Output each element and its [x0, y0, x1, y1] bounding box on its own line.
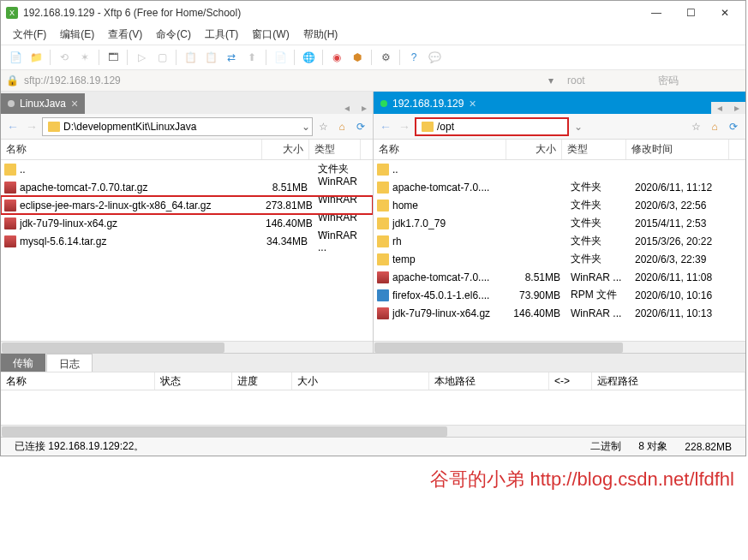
xcol-status[interactable]: 状态	[155, 372, 232, 390]
menu-command[interactable]: 命令(C)	[149, 25, 198, 45]
url-dropdown-icon[interactable]: ▾	[543, 74, 559, 86]
paste-icon[interactable]: 📋	[201, 48, 220, 67]
doc-icon[interactable]: 📄	[271, 48, 290, 67]
star-icon[interactable]: ☆	[314, 121, 332, 133]
remote-scrollbar[interactable]	[374, 341, 745, 353]
menu-tools[interactable]: 工具(T)	[198, 25, 245, 45]
bottom-tabs: 传输 日志	[1, 353, 745, 372]
star-icon[interactable]: ☆	[687, 121, 704, 133]
sync-icon[interactable]: ⇄	[222, 48, 241, 67]
file-size: 8.51MB	[510, 271, 565, 283]
close-tab-icon[interactable]: ×	[71, 98, 78, 110]
forward-icon[interactable]: →	[396, 120, 413, 134]
forward-icon[interactable]: →	[23, 120, 40, 134]
list-item[interactable]: apache-tomcat-7.0....文件夹2020/6/11, 11:12	[374, 178, 745, 196]
menu-file[interactable]: 文件(F)	[6, 25, 53, 45]
back-icon[interactable]: ←	[4, 120, 21, 134]
url-field[interactable]: sftp://192.168.19.129	[24, 74, 538, 86]
list-item[interactable]: firefox-45.0.1-1.el6....73.90MBRPM 文件202…	[374, 286, 745, 304]
refresh-icon[interactable]: ⟳	[352, 121, 369, 133]
chat-icon[interactable]: 💬	[425, 48, 444, 67]
list-item[interactable]: rh文件夹2015/3/26, 20:22	[374, 232, 745, 250]
copy-icon[interactable]: 📋	[181, 48, 200, 67]
transfer-body	[1, 390, 745, 425]
menu-view[interactable]: 查看(V)	[101, 25, 149, 45]
home-icon[interactable]: ⌂	[333, 121, 350, 133]
file-modified: 2020/6/11, 11:12	[630, 182, 733, 194]
remote-tab[interactable]: 192.168.19.129 ×	[374, 93, 483, 114]
local-list: 名称 大小 类型 ..文件夹apache-tomcat-7.0.70.tar.g…	[1, 140, 373, 341]
status-dot-icon	[380, 100, 387, 107]
upload-icon[interactable]: ⬆	[242, 48, 261, 67]
list-item[interactable]: home文件夹2020/6/3, 22:56	[374, 196, 745, 214]
remote-path: /opt	[437, 121, 565, 133]
username-field[interactable]: root	[564, 73, 649, 88]
status-objects: 8 对象	[630, 439, 676, 454]
tabs-next-icon[interactable]: ▸	[728, 102, 745, 114]
tab-transfer[interactable]: 传输	[1, 354, 45, 372]
col-modified[interactable]: 修改时间	[626, 140, 729, 159]
folder-icon	[377, 235, 389, 247]
transfer-scrollbar[interactable]	[1, 425, 745, 437]
file-modified: 2020/6/11, 11:08	[630, 271, 733, 283]
password-field[interactable]: 密码	[655, 72, 740, 90]
bell-icon[interactable]: ⬢	[348, 48, 367, 67]
home-icon[interactable]: ⌂	[706, 121, 723, 133]
menu-edit[interactable]: 编辑(E)	[53, 25, 101, 45]
xcol-remote[interactable]: 远程路径	[592, 372, 745, 390]
tabs-prev-icon[interactable]: ◂	[338, 102, 356, 114]
list-item[interactable]: temp文件夹2020/6/3, 22:39	[374, 250, 745, 268]
refresh-icon[interactable]: ⟳	[725, 121, 742, 133]
gear-icon[interactable]: ⚙	[376, 48, 395, 67]
col-size[interactable]: 大小	[262, 140, 309, 159]
watermark: 谷哥的小弟 http://blog.csdn.net/lfdfhl	[0, 456, 748, 496]
menubar: 文件(F) 编辑(E) 查看(V) 命令(C) 工具(T) 窗口(W) 帮助(H…	[1, 25, 745, 45]
xcol-local[interactable]: 本地路径	[429, 372, 549, 390]
run-icon[interactable]: ▷	[132, 48, 151, 67]
reconnect-icon[interactable]: ⟲	[55, 48, 74, 67]
menu-window[interactable]: 窗口(W)	[245, 25, 296, 45]
xcol-name[interactable]: 名称	[1, 372, 155, 390]
maximize-button[interactable]: ☐	[673, 1, 708, 25]
local-path-combo[interactable]: D:\developmentKit\LinuxJava ⌄	[42, 117, 313, 136]
new-icon[interactable]: 📄	[6, 48, 25, 67]
close-tab-icon[interactable]: ×	[469, 98, 476, 110]
file-name: apache-tomcat-7.0.70.tar.gz	[20, 182, 266, 194]
xshell-icon[interactable]: ◉	[327, 48, 346, 67]
xcol-arrow[interactable]: <->	[549, 372, 592, 390]
close-button[interactable]: ✕	[708, 1, 742, 25]
minimize-button[interactable]: —	[639, 1, 673, 25]
list-item[interactable]: mysql-5.6.14.tar.gz34.34MBWinRAR ...	[1, 232, 373, 250]
chevron-down-icon[interactable]: ⌄	[571, 121, 685, 133]
back-icon[interactable]: ←	[377, 120, 394, 134]
help-icon[interactable]: ?	[404, 48, 423, 67]
file-modified: 2015/4/11, 2:53	[630, 217, 733, 229]
list-item[interactable]: apache-tomcat-7.0....8.51MBWinRAR ...202…	[374, 268, 745, 286]
new-folder-icon[interactable]: 📁	[27, 48, 45, 67]
list-item[interactable]: jdk1.7.0_79文件夹2015/4/11, 2:53	[374, 214, 745, 232]
tabs-prev-icon[interactable]: ◂	[711, 102, 728, 114]
col-name[interactable]: 名称	[374, 140, 506, 159]
col-type[interactable]: 类型	[562, 140, 626, 159]
xcol-progress[interactable]: 进度	[232, 372, 292, 390]
col-name[interactable]: 名称	[1, 140, 262, 159]
local-scrollbar[interactable]	[1, 341, 373, 353]
file-name: firefox-45.0.1-1.el6....	[392, 289, 510, 301]
new-window-icon[interactable]: 🗔	[104, 48, 123, 67]
disconnect-icon[interactable]: ✶	[75, 48, 94, 67]
list-item[interactable]: ..	[374, 160, 745, 178]
local-tab[interactable]: LinuxJava ×	[1, 93, 85, 114]
stop-icon[interactable]: ▢	[153, 48, 171, 67]
tabs-next-icon[interactable]: ▸	[356, 102, 373, 114]
col-type[interactable]: 类型	[309, 140, 361, 159]
remote-path-combo[interactable]: /opt	[415, 117, 569, 136]
globe-icon[interactable]: 🌐	[299, 48, 318, 67]
folder-icon	[377, 200, 389, 211]
chevron-down-icon[interactable]: ⌄	[302, 121, 310, 133]
col-size[interactable]: 大小	[506, 140, 562, 159]
tab-log[interactable]: 日志	[46, 354, 93, 372]
xcol-size[interactable]: 大小	[292, 372, 429, 390]
list-item[interactable]: jdk-7u79-linux-x64.gz146.40MBWinRAR ...2…	[374, 304, 745, 322]
file-modified: 2015/3/26, 20:22	[630, 235, 733, 247]
menu-help[interactable]: 帮助(H)	[296, 25, 345, 45]
